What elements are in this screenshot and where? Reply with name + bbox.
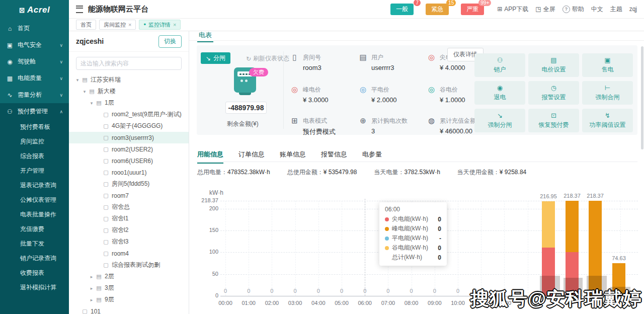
sidebar-subitem[interactable]: 退表记录查询	[0, 178, 69, 193]
sidebar-item[interactable]: ▦电能质量∨	[0, 70, 69, 87]
meter-leaf-icon: ▢	[102, 158, 110, 164]
alarm-badge[interactable]: 紧急15	[426, 4, 449, 15]
switch-button[interactable]: 切换	[158, 35, 182, 48]
tree-node[interactable]: ▢room2_test(9层用户-测试)	[69, 109, 189, 120]
chevron-expanded-icon[interactable]: ▾	[88, 101, 95, 106]
home-icon: ⌂	[6, 25, 14, 32]
search-input[interactable]	[76, 57, 182, 70]
chevron-expanded-icon[interactable]: ▾	[81, 89, 88, 94]
tree-node[interactable]: ▢宿舍l3	[69, 236, 189, 248]
tooltip-value: 0	[438, 245, 441, 252]
tree-node[interactable]: ▢rooo1(uuur1)	[69, 167, 189, 178]
tree-node-label: room6(USER6)	[112, 158, 153, 165]
meter-leaf-icon: ▢	[102, 181, 110, 187]
sidebar-subitem[interactable]: 预付费看板	[0, 120, 69, 134]
sidebar-item[interactable]: ∿需量分析∨	[0, 87, 69, 103]
bar-segment	[566, 201, 579, 252]
header-link[interactable]: ⊞APP下载	[497, 5, 528, 14]
detail-tab[interactable]: 订单信息	[238, 150, 265, 164]
chevron-collapsed-icon[interactable]: ▸	[88, 286, 95, 291]
zero-value-label: 0	[220, 288, 230, 294]
series-dot	[385, 237, 389, 241]
y-tick-label: 200	[190, 205, 218, 211]
page-tab[interactable]: 房间监控×	[99, 20, 136, 30]
tree-node[interactable]: ▢room3(userrrr3)	[69, 132, 189, 143]
sidebar-subitem[interactable]: 退补模拟计算	[0, 280, 69, 295]
scrollbar-thumb[interactable]	[641, 46, 643, 149]
tree-node[interactable]: ▾▤江苏安科瑞	[69, 74, 189, 86]
sidebar-subitem[interactable]: 开户管理	[0, 164, 69, 178]
header-link[interactable]: zqj	[629, 6, 637, 13]
detail-tab[interactable]: 报警信息	[321, 150, 347, 164]
sidebar-subitem[interactable]: 公摊仪表管理	[0, 193, 69, 207]
y-tick-label: 218.37	[190, 197, 218, 203]
detail-tab[interactable]: 用能信息	[197, 150, 223, 164]
chevron-expanded-icon[interactable]: ▾	[74, 77, 81, 83]
tree-node[interactable]: ▢room7	[69, 190, 189, 201]
sidebar-subitem[interactable]: 电表批量操作	[0, 207, 69, 222]
sidebar-item[interactable]: ⌂首页	[0, 20, 69, 37]
collapse-menu-icon[interactable]	[76, 6, 83, 13]
detail-tab[interactable]: 账单信息	[280, 150, 306, 164]
tree-node[interactable]: ▢room6(USER6)	[69, 155, 189, 167]
folder-icon: ▤	[81, 76, 89, 83]
sidebar-subitem[interactable]: 销户记录查询	[0, 251, 69, 266]
header-link[interactable]: ?帮助	[562, 5, 584, 14]
x-tick-label: 09:00	[424, 300, 445, 306]
help-icon: ?	[562, 6, 570, 13]
tree-node[interactable]: ▢宿舍l2	[69, 224, 189, 236]
detail-tab[interactable]: 电参量	[362, 150, 382, 164]
header-link-label: APP下载	[504, 5, 528, 14]
chevron-collapsed-icon[interactable]: ▸	[88, 274, 95, 279]
page-tab[interactable]: •监控详情×	[139, 20, 181, 30]
meter-leaf-icon: ▢	[102, 204, 110, 210]
tooltip-value: 0	[438, 216, 441, 223]
tree-node[interactable]: ▢房间5(fddd55)	[69, 178, 189, 190]
tab-meter[interactable]: 电表	[197, 31, 213, 42]
tree-node[interactable]: ▾▤1层	[69, 97, 189, 109]
sidebar-subitem[interactable]: 批量下发	[0, 237, 69, 251]
tree-node[interactable]: ▢综合报表测试勿删	[69, 259, 189, 271]
sidebar-item-label: 预付费管理	[18, 107, 48, 116]
tree-node[interactable]: ▸▤3层	[69, 282, 189, 294]
header-link[interactable]: 主题	[610, 5, 622, 14]
tree-node[interactable]: ▸▤9层	[69, 294, 189, 305]
app-download-icon: ⊞	[497, 6, 502, 13]
alarm-badge[interactable]: 一般7	[390, 4, 414, 15]
header-link[interactable]: ◳全屏	[535, 5, 555, 14]
page-tab-label: 房间监控	[104, 21, 126, 29]
sidebar-item-label: 驾驶舱	[18, 57, 36, 66]
header-link[interactable]: 中文	[591, 5, 603, 14]
x-tick-label: 02:00	[261, 300, 282, 306]
shell: 能源物联网云平台 一般7紧急15严重99+ ⊞APP下载◳全屏?帮助中文主题zq…	[69, 0, 644, 314]
chevron-collapsed-icon[interactable]: ▸	[88, 297, 95, 302]
sidebar-item[interactable]: ⚇预付费管理∧	[0, 103, 69, 120]
content: zqjceshi 切换 ▾▤江苏安科瑞▾▤新大楼▾▤1层▢room2_test(…	[69, 31, 644, 314]
tree-node[interactable]: ▸▤2层	[69, 271, 189, 282]
series-dot	[385, 217, 389, 221]
header-link-label: 帮助	[572, 5, 584, 14]
sidebar-item[interactable]: ◉驾驶舱∨	[0, 53, 69, 70]
x-tick-label: 05:00	[331, 300, 352, 306]
app-logo: ⊠ Acrel	[0, 0, 69, 20]
sidebar-subitem[interactable]: 综合报表	[0, 149, 69, 164]
sidebar-subitem[interactable]: 房间监控	[0, 134, 69, 149]
sidebar-subitem[interactable]: 充值缴费	[0, 222, 69, 237]
tree-node[interactable]: ▢101	[69, 305, 189, 314]
x-tick-label: 00:00	[215, 300, 236, 306]
meter-leaf-icon: ▢	[102, 146, 110, 152]
tree-node[interactable]: ▢room4	[69, 248, 189, 259]
close-icon[interactable]: ×	[128, 22, 131, 28]
page-tab[interactable]: 首页	[76, 20, 96, 30]
alarm-badge[interactable]: 严重99+	[461, 4, 484, 15]
chevron-up-icon: ∧	[59, 109, 63, 114]
tree-node[interactable]: ▢宿舍l1	[69, 213, 189, 224]
zero-value-label: 0	[337, 288, 347, 294]
sidebar-item[interactable]: ▣电气安全∨	[0, 37, 69, 53]
tree-node[interactable]: ▾▤新大楼	[69, 86, 189, 97]
tree-node[interactable]: ▢宿舍总	[69, 201, 189, 213]
close-icon[interactable]: ×	[173, 22, 176, 28]
tree-node[interactable]: ▢room2(USER2)	[69, 143, 189, 155]
sidebar-subitem[interactable]: 收费报表	[0, 266, 69, 280]
tree-node[interactable]: ▢4G架子(4GGGGG)	[69, 120, 189, 132]
